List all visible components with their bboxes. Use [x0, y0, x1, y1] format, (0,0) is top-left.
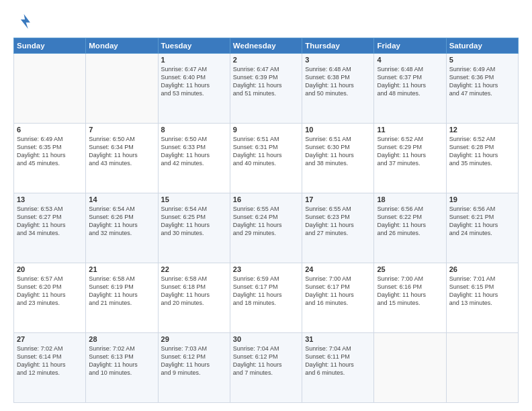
day-number: 16 [233, 195, 299, 203]
day-number: 6 [17, 126, 83, 134]
day-cell: 26Sunrise: 7:01 AM Sunset: 6:15 PM Dayli… [446, 263, 518, 333]
day-info: Sunrise: 6:50 AM Sunset: 6:33 PM Dayligh… [161, 135, 227, 168]
col-header-wednesday: Wednesday [230, 38, 302, 54]
day-number: 17 [305, 195, 371, 203]
week-row-2: 6Sunrise: 6:49 AM Sunset: 6:35 PM Daylig… [14, 124, 519, 193]
day-info: Sunrise: 7:00 AM Sunset: 6:16 PM Dayligh… [377, 275, 443, 308]
day-info: Sunrise: 6:55 AM Sunset: 6:24 PM Dayligh… [233, 205, 299, 238]
header-row: SundayMondayTuesdayWednesdayThursdayFrid… [14, 38, 519, 54]
day-cell: 5Sunrise: 6:49 AM Sunset: 6:36 PM Daylig… [446, 54, 518, 124]
col-header-tuesday: Tuesday [158, 38, 230, 54]
col-header-thursday: Thursday [302, 38, 374, 54]
day-number: 10 [305, 126, 371, 134]
day-number: 19 [449, 195, 515, 203]
day-cell: 16Sunrise: 6:55 AM Sunset: 6:24 PM Dayli… [230, 193, 302, 263]
day-cell: 4Sunrise: 6:48 AM Sunset: 6:37 PM Daylig… [374, 54, 446, 124]
day-info: Sunrise: 7:02 AM Sunset: 6:14 PM Dayligh… [17, 345, 83, 377]
day-number: 2 [233, 56, 299, 64]
day-cell: 18Sunrise: 6:56 AM Sunset: 6:22 PM Dayli… [374, 193, 446, 263]
col-header-friday: Friday [374, 38, 446, 54]
day-cell: 3Sunrise: 6:48 AM Sunset: 6:38 PM Daylig… [302, 54, 374, 124]
day-cell: 23Sunrise: 6:59 AM Sunset: 6:17 PM Dayli… [230, 263, 302, 333]
logo-icon [13, 12, 32, 31]
day-cell: 1Sunrise: 6:47 AM Sunset: 6:40 PM Daylig… [158, 54, 230, 124]
day-info: Sunrise: 6:52 AM Sunset: 6:28 PM Dayligh… [449, 135, 515, 168]
day-number: 22 [161, 265, 227, 273]
header [13, 12, 519, 31]
day-number: 30 [233, 335, 299, 343]
day-cell: 6Sunrise: 6:49 AM Sunset: 6:35 PM Daylig… [14, 124, 86, 193]
day-number: 24 [305, 265, 371, 273]
day-cell: 21Sunrise: 6:58 AM Sunset: 6:19 PM Dayli… [86, 263, 158, 333]
day-cell: 2Sunrise: 6:47 AM Sunset: 6:39 PM Daylig… [230, 54, 302, 124]
day-number: 9 [233, 126, 299, 134]
day-info: Sunrise: 6:48 AM Sunset: 6:37 PM Dayligh… [377, 65, 443, 98]
day-number: 18 [377, 195, 443, 203]
day-info: Sunrise: 6:49 AM Sunset: 6:36 PM Dayligh… [449, 65, 515, 98]
day-cell: 20Sunrise: 6:57 AM Sunset: 6:20 PM Dayli… [14, 263, 86, 333]
day-info: Sunrise: 6:51 AM Sunset: 6:30 PM Dayligh… [305, 135, 371, 168]
day-number: 27 [17, 335, 83, 343]
day-cell [446, 333, 518, 403]
day-number: 11 [377, 126, 443, 134]
day-number: 3 [305, 56, 371, 64]
day-info: Sunrise: 7:04 AM Sunset: 6:11 PM Dayligh… [305, 345, 371, 377]
day-info: Sunrise: 6:48 AM Sunset: 6:38 PM Dayligh… [305, 65, 371, 98]
day-info: Sunrise: 6:55 AM Sunset: 6:23 PM Dayligh… [305, 205, 371, 238]
day-number: 26 [449, 265, 515, 273]
logo [13, 12, 35, 31]
day-cell: 22Sunrise: 6:58 AM Sunset: 6:18 PM Dayli… [158, 263, 230, 333]
day-number: 4 [377, 56, 443, 64]
day-info: Sunrise: 6:47 AM Sunset: 6:40 PM Dayligh… [161, 65, 227, 98]
day-info: Sunrise: 6:47 AM Sunset: 6:39 PM Dayligh… [233, 65, 299, 98]
day-info: Sunrise: 6:58 AM Sunset: 6:19 PM Dayligh… [89, 275, 154, 308]
day-cell: 9Sunrise: 6:51 AM Sunset: 6:31 PM Daylig… [230, 124, 302, 193]
day-info: Sunrise: 6:59 AM Sunset: 6:17 PM Dayligh… [233, 275, 299, 308]
day-info: Sunrise: 6:56 AM Sunset: 6:21 PM Dayligh… [449, 205, 515, 238]
day-info: Sunrise: 6:51 AM Sunset: 6:31 PM Dayligh… [233, 135, 299, 168]
day-cell: 19Sunrise: 6:56 AM Sunset: 6:21 PM Dayli… [446, 193, 518, 263]
day-cell: 24Sunrise: 7:00 AM Sunset: 6:17 PM Dayli… [302, 263, 374, 333]
svg-marker-0 [21, 14, 30, 29]
day-cell: 15Sunrise: 6:54 AM Sunset: 6:25 PM Dayli… [158, 193, 230, 263]
week-row-3: 13Sunrise: 6:53 AM Sunset: 6:27 PM Dayli… [14, 193, 519, 263]
day-info: Sunrise: 6:52 AM Sunset: 6:29 PM Dayligh… [377, 135, 443, 168]
day-info: Sunrise: 6:57 AM Sunset: 6:20 PM Dayligh… [17, 275, 83, 308]
day-number: 25 [377, 265, 443, 273]
day-cell: 17Sunrise: 6:55 AM Sunset: 6:23 PM Dayli… [302, 193, 374, 263]
day-cell: 7Sunrise: 6:50 AM Sunset: 6:34 PM Daylig… [86, 124, 158, 193]
day-info: Sunrise: 6:53 AM Sunset: 6:27 PM Dayligh… [17, 205, 83, 238]
day-number: 12 [449, 126, 515, 134]
day-info: Sunrise: 7:01 AM Sunset: 6:15 PM Dayligh… [449, 275, 515, 308]
day-number: 23 [233, 265, 299, 273]
day-number: 15 [161, 195, 227, 203]
day-cell: 14Sunrise: 6:54 AM Sunset: 6:26 PM Dayli… [86, 193, 158, 263]
day-info: Sunrise: 6:58 AM Sunset: 6:18 PM Dayligh… [161, 275, 227, 308]
day-cell: 8Sunrise: 6:50 AM Sunset: 6:33 PM Daylig… [158, 124, 230, 193]
day-info: Sunrise: 7:00 AM Sunset: 6:17 PM Dayligh… [305, 275, 371, 308]
week-row-1: 1Sunrise: 6:47 AM Sunset: 6:40 PM Daylig… [14, 54, 519, 124]
day-number: 13 [17, 195, 83, 203]
day-cell: 25Sunrise: 7:00 AM Sunset: 6:16 PM Dayli… [374, 263, 446, 333]
day-cell: 30Sunrise: 7:04 AM Sunset: 6:12 PM Dayli… [230, 333, 302, 403]
day-number: 29 [161, 335, 227, 343]
day-cell: 29Sunrise: 7:03 AM Sunset: 6:12 PM Dayli… [158, 333, 230, 403]
day-number: 5 [449, 56, 515, 64]
col-header-sunday: Sunday [14, 38, 86, 54]
day-cell: 12Sunrise: 6:52 AM Sunset: 6:28 PM Dayli… [446, 124, 518, 193]
day-info: Sunrise: 7:02 AM Sunset: 6:13 PM Dayligh… [89, 345, 154, 377]
day-number: 8 [161, 126, 227, 134]
day-info: Sunrise: 6:56 AM Sunset: 6:22 PM Dayligh… [377, 205, 443, 238]
day-cell [14, 54, 86, 124]
day-number: 21 [89, 265, 154, 273]
calendar-table: SundayMondayTuesdayWednesdayThursdayFrid… [13, 38, 519, 403]
day-number: 14 [89, 195, 154, 203]
week-row-5: 27Sunrise: 7:02 AM Sunset: 6:14 PM Dayli… [14, 333, 519, 403]
day-info: Sunrise: 6:54 AM Sunset: 6:26 PM Dayligh… [89, 205, 154, 238]
day-cell: 11Sunrise: 6:52 AM Sunset: 6:29 PM Dayli… [374, 124, 446, 193]
day-cell: 13Sunrise: 6:53 AM Sunset: 6:27 PM Dayli… [14, 193, 86, 263]
col-header-monday: Monday [86, 38, 158, 54]
col-header-saturday: Saturday [446, 38, 518, 54]
page: SundayMondayTuesdayWednesdayThursdayFrid… [0, 0, 532, 411]
day-cell: 31Sunrise: 7:04 AM Sunset: 6:11 PM Dayli… [302, 333, 374, 403]
